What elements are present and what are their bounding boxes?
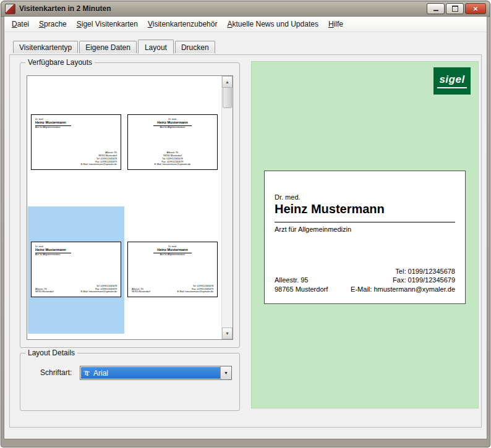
menu-visitenkartenzubehoer[interactable]: Visitenkartenzubehör [143,17,223,31]
vertical-scrollbar[interactable]: ▲ ▼ [221,76,233,339]
details-group-title: Layout Details [25,349,77,357]
close-button[interactable]: ✕ [465,3,486,14]
menu-hilfe[interactable]: Hilfe [323,17,348,31]
card-contact: Tel: 0199/12345678 Fax: 0199/12345679 E-… [351,267,455,294]
thumb-name: Heinz Mustermann [153,248,192,253]
font-selected-value: T T Arial [81,367,220,379]
scroll-down-icon: ▼ [225,331,229,336]
scroll-down-button[interactable]: ▼ [222,328,233,339]
thumbnail-card: Dr. med. Heinz Mustermann Arzt für Allge… [31,242,121,297]
app-window: Visitenkarten in 2 Minuten ✕ Datei Sprac… [1,1,490,447]
thumb-profession: Arzt für Allgemeinmedizin [132,253,213,256]
content-area: Visitenkartentyp Eigene Daten Layout Dru… [4,32,487,439]
scrollbar-thumb[interactable] [223,87,232,108]
tab-visitenkartentyp[interactable]: Visitenkartentyp [13,41,78,53]
thumb-profession: Arzt für Allgemeinmedizin [132,126,213,129]
sigel-logo: sigel [433,67,471,95]
truetype-icon: T T [83,369,91,377]
menu-sprache[interactable]: Sprache [34,17,72,31]
card-preview-pane: sigel Dr. med. Heinz Mustermann Arzt für… [251,61,479,408]
thumb-contact: Tel: 0199/12345678 Fax: 0199/12345679 E-… [81,285,117,294]
menu-bar: Datei Sprache Sigel Visitenkarten Visite… [4,17,487,32]
scroll-up-button[interactable]: ▲ [222,76,233,88]
card-name: Heinz Mustermann [275,202,385,216]
card-address: Alleestr. 95 98765 Musterdorf [275,276,328,294]
card-divider [275,222,455,222]
details-groupbox: Layout Details Schriftart: T T Arial ▼ [20,353,240,411]
menu-sigel-visitenkarten[interactable]: Sigel Visitenkarten [72,17,143,31]
maximize-icon [452,6,458,12]
thumb-contact: Tel: 0199/12345678 Fax: 0199/12345679 E-… [177,285,213,294]
layouts-group-title: Verfügbare Layouts [25,58,95,67]
close-icon: ✕ [473,6,478,12]
scroll-up-icon: ▲ [225,80,229,84]
card-title: Dr. med. [275,193,301,201]
thumbnail-card: Dr. med. Heinz Mustermann Arzt für Allge… [31,114,121,170]
font-combobox[interactable]: T T Arial ▼ [80,366,232,380]
thumb-contact: Alleestr. 95 98765 Musterdorf Tel: 0199/… [155,151,190,166]
thumb-name: Heinz Mustermann [35,248,71,253]
tab-drucken[interactable]: Drucken [175,41,215,53]
thumb-address: Alleestr. 95 98765 Musterdorf [35,288,54,294]
tab-panel-layout: Verfügbare Layouts Dr. med. Heinz Muster… [9,54,482,428]
menu-datei[interactable]: Datei [7,17,34,31]
layout-thumbnail-4[interactable]: Dr. med. Heinz Mustermann Arzt für Allge… [124,206,221,334]
font-value: Arial [93,369,108,378]
thumb-name: Heinz Mustermann [35,120,71,126]
menu-news-updates[interactable]: Aktuelle News und Updates [222,17,323,31]
thumbnail-card: Dr. med. Heinz Mustermann Arzt für Allge… [127,242,218,297]
layout-thumbnail-3-selected[interactable]: Dr. med. Heinz Mustermann Arzt für Allge… [28,206,124,334]
tab-eigene-daten[interactable]: Eigene Daten [79,41,137,53]
thumb-address: Alleestr. 95 98765 Musterdorf [132,288,150,294]
combobox-dropdown-button[interactable]: ▼ [220,366,231,379]
font-label: Schriftart: [40,368,72,377]
tab-layout[interactable]: Layout [138,40,174,54]
card-profession: Arzt für Allgemeinmedizin [275,226,351,233]
chevron-down-icon: ▼ [224,371,228,375]
app-icon[interactable] [5,4,15,14]
thumb-profession: Arzt für Allgemeinmedizin [35,126,117,129]
titlebar: Visitenkarten in 2 Minuten ✕ [1,1,490,17]
thumb-name: Heinz Mustermann [153,120,192,126]
minimize-button[interactable] [427,3,445,14]
layout-thumbnail-1[interactable]: Dr. med. Heinz Mustermann Arzt für Allge… [28,79,124,206]
sigel-logo-text: sigel [437,74,466,88]
thumb-contact: Alleestr. 95 98765 Musterdorf Tel: 0199/… [81,151,117,166]
layout-list: Dr. med. Heinz Mustermann Arzt für Allge… [27,75,233,340]
maximize-button[interactable] [446,3,464,14]
client-area: Datei Sprache Sigel Visitenkarten Visite… [4,16,487,439]
business-card-preview: Dr. med. Heinz Mustermann Arzt für Allge… [264,171,466,304]
layout-thumbnail-2[interactable]: Dr. med. Heinz Mustermann Arzt für Allge… [124,79,221,206]
layout-grid: Dr. med. Heinz Mustermann Arzt für Allge… [28,76,221,334]
window-controls: ✕ [427,3,486,14]
tab-bar: Visitenkartentyp Eigene Daten Layout Dru… [13,40,216,54]
thumb-profession: Arzt für Allgemeinmedizin [35,253,117,256]
thumbnail-card: Dr. med. Heinz Mustermann Arzt für Allge… [127,114,218,170]
layouts-groupbox: Verfügbare Layouts Dr. med. Heinz Muster… [20,62,240,348]
minimize-icon [433,10,438,11]
window-title: Visitenkarten in 2 Minuten [19,4,111,13]
